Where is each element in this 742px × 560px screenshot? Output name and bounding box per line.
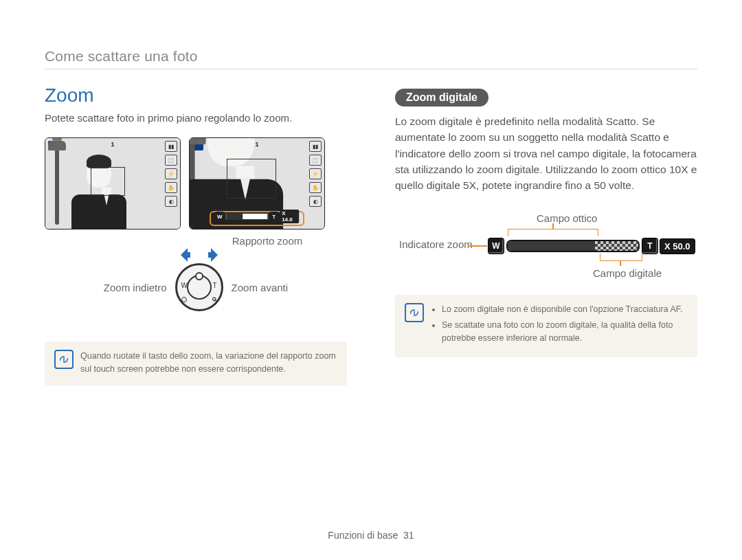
zoom-dial: W T 🔍︎ <box>175 263 223 311</box>
rapporto-zoom-label: Rapporto zoom <box>188 235 347 247</box>
zoom-indicator-track <box>506 240 640 252</box>
page-footer: Funzioni di base 31 <box>0 530 742 541</box>
dial-t-label: T <box>212 282 216 289</box>
arrow-left-icon <box>177 247 193 263</box>
note-icon <box>405 303 424 322</box>
bracket-optical <box>508 229 598 236</box>
streetlamp-graphic <box>55 142 59 225</box>
note-box-left: Quando ruotate il tasto dello zoom, la v… <box>45 341 347 385</box>
footer-section: Funzioni di base <box>328 530 398 541</box>
camera-screen-zoomed: 1 ▮▮ ⬚ ⚡ ✋ ◐ <box>189 137 325 229</box>
zoom-dial-row: Zoom indietro W T 🔍︎ <box>45 263 347 311</box>
zoom-out-label: Zoom indietro <box>104 282 167 293</box>
callout-line <box>257 229 258 229</box>
zoom-indicator-bar: W T X 50.0 <box>488 238 695 254</box>
zoom-digitale-badge: Zoom digitale <box>395 89 488 107</box>
hand-icon: ✋ <box>165 182 177 193</box>
note-item: Lo zoom digitale non è disponibile con l… <box>442 303 688 316</box>
zoom-bar: W T X 14.0 <box>215 210 299 223</box>
optical-range <box>508 241 595 251</box>
zoom-w-icon: W <box>488 238 504 254</box>
focus-box <box>227 159 276 199</box>
zoom-t-icon: T <box>642 238 657 254</box>
right-column: Zoom digitale Lo zoom digitale è predefi… <box>395 85 697 385</box>
arrow-right-icon <box>205 247 222 263</box>
note-icon <box>54 350 74 369</box>
zoom-intro: Potete scattare foto in primo piano rego… <box>45 112 347 124</box>
digital-range <box>595 241 638 251</box>
hand-icon: ✋ <box>309 182 322 193</box>
campo-ottico-label: Campo ottico <box>537 212 597 224</box>
left-column: Zoom Potete scattare foto in primo piano… <box>45 85 347 385</box>
flash-icon: ⚡ <box>309 168 322 179</box>
zoom-t-icon: T <box>269 212 278 221</box>
size-icon: ⬚ <box>309 155 322 166</box>
zoom-indicator-diagram: Campo ottico Indicatore zoom W T X 50.0 <box>399 210 697 285</box>
breadcrumb: Come scattare una foto <box>45 48 697 69</box>
zoom-track <box>225 213 268 220</box>
bracket-digital <box>600 254 642 261</box>
zoom-in-label: Zoom avanti <box>232 282 289 293</box>
focus-box <box>91 167 125 196</box>
flash-icon: ⚡ <box>165 168 177 179</box>
right-icon-column: ▮▮ ⬚ ⚡ ✋ ◐ <box>309 141 322 207</box>
battery-icon: ▮▮ <box>309 141 322 152</box>
right-icon-column: ▮▮ ⬚ ⚡ ✋ ◐ <box>165 141 177 207</box>
note-box-right: Lo zoom digitale non è disponibile con l… <box>395 295 697 357</box>
timer-icon: ◐ <box>165 196 177 207</box>
bracket-digital-stem <box>620 260 621 266</box>
callout-line <box>468 245 487 247</box>
zoom-dial-wrap: W T 🔍︎ <box>175 263 223 311</box>
battery-icon: ▮▮ <box>165 141 177 152</box>
timer-icon: ◐ <box>309 196 322 207</box>
note-text: Quando ruotate il tasto dello zoom, la v… <box>80 351 336 374</box>
camera-screens-row: 1 ▮▮ ⬚ ⚡ ✋ ◐ <box>45 137 347 229</box>
zoom-ratio-value: X 14.0 <box>280 210 299 223</box>
camera-screen-wide: 1 ▮▮ ⬚ ⚡ ✋ ◐ <box>45 137 181 229</box>
footer-page-number: 31 <box>403 530 414 541</box>
indicatore-zoom-label: Indicatore zoom <box>399 238 473 250</box>
campo-digitale-label: Campo digitale <box>593 267 662 279</box>
zoom-w-icon: W <box>215 212 224 221</box>
magnifier-icon: 🔍︎ <box>212 296 218 304</box>
zoom-heading: Zoom <box>45 85 347 107</box>
dial-circle-icon <box>181 297 187 302</box>
bracket-optical-stem <box>552 223 554 229</box>
size-icon: ⬚ <box>165 155 177 166</box>
note-item: Se scattate una foto con lo zoom digital… <box>442 319 688 345</box>
counter-icon: 1 <box>111 141 114 148</box>
zoom-indicator-value: X 50.0 <box>660 239 695 254</box>
zoom-digitale-para: Lo zoom digitale è predefinito nella mod… <box>395 113 697 193</box>
